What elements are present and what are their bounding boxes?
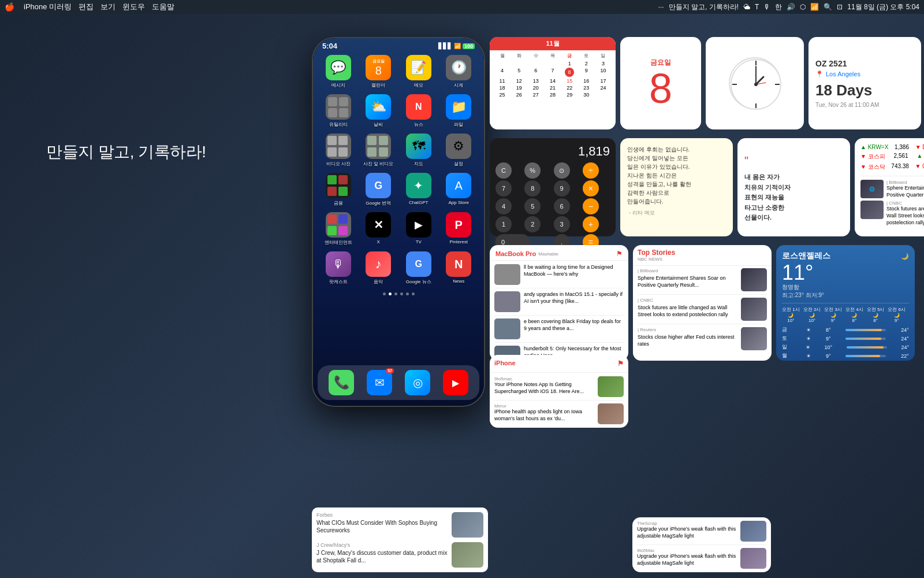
- menu-mic[interactable]: 🎙: [763, 3, 770, 11]
- dot-2-active: [389, 292, 392, 295]
- calc-5[interactable]: 5: [524, 198, 541, 214]
- widget-bigday[interactable]: 금요일 8: [620, 37, 701, 129]
- messages-icon: 💬: [326, 55, 351, 80]
- fin-news-2-img: [860, 201, 884, 219]
- menu-edit[interactable]: 편집: [79, 2, 94, 12]
- iphone-notes-widget[interactable]: iPhone ⚑ 9to5mac Your iPhone Notes App I…: [490, 355, 628, 428]
- widget-weather[interactable]: 로스앤젤레스 🌙 11° 청명함 최고:23° 최저:9° 오전 1시🌙10° …: [776, 245, 915, 361]
- menu-volume[interactable]: 🔊: [787, 3, 795, 11]
- app-news[interactable]: N 뉴스: [401, 94, 436, 128]
- widget-finance[interactable]: ▲ KRW=X 1,386 ▼ Dow Jones 43,729 ▼ 코스피 2…: [855, 138, 924, 236]
- brn-img-2: [740, 548, 766, 569]
- app-name-menu[interactable]: iPhone 미러링: [24, 2, 72, 12]
- calc-sign[interactable]: ⊙: [554, 162, 570, 179]
- wh-2: 오전 3시🌙9°: [824, 306, 842, 323]
- d-8-today: 8: [565, 68, 574, 77]
- dot-5: [406, 292, 409, 295]
- app-utility[interactable]: 유틸리티: [321, 94, 356, 128]
- calc-6[interactable]: 6: [554, 198, 570, 214]
- calc-sub[interactable]: −: [583, 198, 599, 214]
- app-files[interactable]: 📁 파일: [442, 94, 476, 128]
- app-maps[interactable]: 🗺 지도: [401, 134, 436, 167]
- app-x[interactable]: ✕ X: [362, 212, 396, 246]
- apple-news-title: Top Stories: [638, 249, 767, 257]
- app-appletv[interactable]: ▶ TV: [401, 212, 436, 246]
- calc-7[interactable]: 7: [495, 180, 512, 197]
- dock-safari[interactable]: ◎: [405, 370, 430, 395]
- calc-pct[interactable]: %: [524, 162, 541, 179]
- menu-cloud[interactable]: 🌥: [743, 3, 750, 11]
- in-text-2: Mirror iPhone health app sheds light on …: [494, 403, 594, 424]
- menu-help[interactable]: 도움말: [152, 2, 174, 12]
- menu-controlcenter[interactable]: ⊡: [837, 3, 843, 11]
- calc-3[interactable]: 3: [554, 216, 570, 232]
- dock-mail[interactable]: ✉ 57: [367, 370, 392, 395]
- menu-dots[interactable]: ···: [658, 3, 664, 11]
- app-appstore[interactable]: A App Store: [442, 173, 476, 206]
- utility-label: 유틸리티: [329, 121, 348, 128]
- app-entertainment[interactable]: 엔터테인먼트: [321, 212, 356, 246]
- calc-9[interactable]: 9: [554, 180, 570, 197]
- app-messages[interactable]: 💬 메시지: [321, 55, 356, 88]
- widget-clock[interactable]: [706, 37, 804, 129]
- menu-lang[interactable]: 한: [775, 2, 782, 12]
- app-finance[interactable]: 금융: [321, 173, 356, 206]
- entertainment-label: 엔터테인먼트: [325, 239, 352, 246]
- app-photovideo[interactable]: 비디오 사진: [321, 134, 356, 167]
- widget-apple-news[interactable]: Top Stories NBC NEWS | Billboard Sphere …: [633, 245, 772, 361]
- desktop: 만들지 말고, 기록하라! 5:04 ▋▋▋ 📶 100 💬: [0, 14, 924, 578]
- dock-youtube[interactable]: ▶: [443, 370, 468, 395]
- brn-items: TheScrap Upgrade your iPhone's weak flas…: [632, 517, 771, 572]
- menu-window[interactable]: 윈도우: [122, 2, 145, 12]
- calc-8[interactable]: 8: [524, 180, 541, 197]
- iphone-mirror[interactable]: 5:04 ▋▋▋ 📶 100 💬 메시지: [312, 37, 485, 407]
- wifi-icon: 📶: [454, 43, 461, 49]
- calc-1[interactable]: 1: [495, 216, 512, 232]
- calc-mul[interactable]: ×: [583, 180, 599, 197]
- calc-c[interactable]: C: [495, 162, 512, 179]
- bnf-src-2: J Crew/Macy's: [316, 542, 448, 548]
- bottom-news-feed[interactable]: Forbes What CIOs Must Consider With Soph…: [312, 507, 488, 572]
- d-7: 7: [545, 68, 560, 77]
- app-googlenews[interactable]: G Google 뉴스: [401, 251, 436, 285]
- calc-2[interactable]: 2: [524, 216, 541, 232]
- widget-calculator[interactable]: 1,819 C % ⊙ ÷ 7 8 9 × 4 5 6 − 1 2 3 + 0 …: [490, 138, 616, 236]
- dock-phone[interactable]: 📞: [329, 370, 354, 395]
- w-bar-2: [847, 346, 887, 349]
- calc-add[interactable]: +: [583, 216, 599, 232]
- menu-font[interactable]: T: [755, 3, 759, 11]
- calc-div[interactable]: ÷: [583, 162, 599, 179]
- calc-buttons[interactable]: C % ⊙ ÷ 7 8 9 × 4 5 6 − 1 2 3 + 0 . =: [495, 162, 610, 250]
- app-chatgpt[interactable]: ✦ ChatGPT: [401, 173, 436, 206]
- app-pinterest[interactable]: P Pinterest: [442, 212, 476, 246]
- menu-bluetooth[interactable]: ⬡: [800, 3, 806, 11]
- menu-view[interactable]: 보기: [100, 2, 116, 12]
- app-clock[interactable]: 🕐 시계: [442, 55, 476, 88]
- wh-0: 오전 1시🌙10°: [782, 306, 800, 323]
- bottom-right-news[interactable]: TheScrap Upgrade your iPhone's weak flas…: [632, 517, 771, 572]
- bnf-title-2: J Crew, Macy's discuss customer data, pr…: [316, 549, 448, 564]
- calc-4[interactable]: 4: [495, 198, 512, 214]
- app-podcast[interactable]: 🎙 팟캐스트: [321, 251, 356, 285]
- widget-quote: " 내 몸은 자가 치유의 기적이자 표현의 재능을 타고난 소중한 선물이다.: [737, 138, 850, 236]
- app-settings[interactable]: ⚙ 설정: [442, 134, 476, 167]
- app-notes[interactable]: 📝 메모: [401, 55, 436, 88]
- app-googletranslate[interactable]: G Google 번역: [362, 173, 396, 206]
- d-17: 17: [595, 78, 611, 84]
- widget-mac-news[interactable]: MacBook Pro Mashable ⚑ ll be waiting a l…: [490, 245, 628, 361]
- fin-nasdaq: ▲ NASDAQ: [917, 153, 924, 161]
- finance-row-3: ▼ 코스닥 743.38 ▼ 005930.KS 57,000: [860, 163, 924, 171]
- fin-news-1-text: | Billboard Sphere Entertainment Shares …: [886, 180, 924, 198]
- widget-memo: 인생에 후회는 없습니다. 당신에게 밀어넣는 모든 일은 이유가 있었습니다.…: [620, 138, 733, 236]
- widget-countdown[interactable]: OZ 2521 📍 Los Angeles 18 Days Tue, Nov 2…: [808, 37, 921, 129]
- app-news-app[interactable]: N News: [442, 251, 476, 285]
- menu-search[interactable]: 🔍: [824, 3, 832, 11]
- app-calendar[interactable]: 금요일 8 캘린더: [362, 55, 396, 88]
- mac-news-source: Mashable: [538, 251, 558, 257]
- menu-wifi[interactable]: 📶: [810, 3, 819, 11]
- app-photobooth[interactable]: 사진 및 비디오: [362, 134, 396, 167]
- app-weather[interactable]: ⛅ 날씨: [362, 94, 396, 128]
- widget-calendar[interactable]: 11월 월 화 수 목 금 토 일 1 2: [490, 37, 616, 129]
- brn-src-2: 9to5Mac: [637, 548, 737, 553]
- app-music[interactable]: ♪ 음악: [362, 251, 396, 285]
